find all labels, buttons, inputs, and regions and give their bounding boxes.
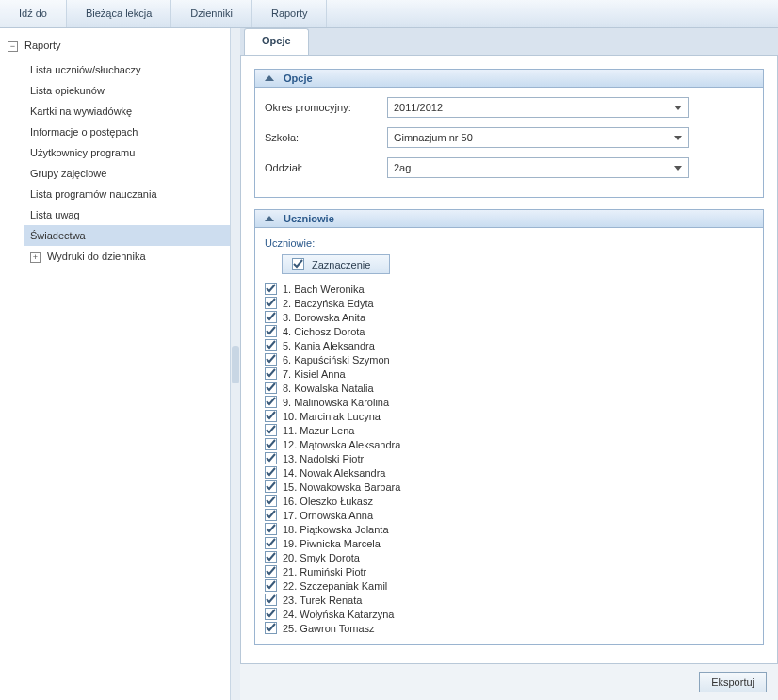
student-checkbox[interactable] [265, 537, 277, 549]
form-select[interactable]: 2011/2012 [387, 97, 689, 118]
student-row: 21. Rumiński Piotr [265, 564, 754, 578]
options-panel: Opcje Okres promocyjny:2011/2012Szkoła:G… [254, 69, 764, 198]
chevron-down-icon [674, 136, 682, 140]
chevron-down-icon [674, 106, 682, 110]
student-name: 22. Szczepaniak Kamil [283, 580, 387, 592]
students-panel-header[interactable]: Uczniowie [255, 210, 763, 228]
tree-children: Lista uczniów/słuchaczyLista opiekunówKa… [0, 59, 230, 246]
student-checkbox[interactable] [265, 509, 277, 521]
tree-root[interactable]: − Raporty [0, 36, 230, 56]
sidebar-item[interactable]: Grupy zajęciowe [24, 163, 230, 184]
top-menu: Idź do Bieżąca lekcja Dzienniki Raporty [0, 0, 778, 28]
students-panel: Uczniowie Uczniowie: Zaznaczenie 1. Bach… [254, 209, 764, 645]
student-name: 15. Nowakowska Barbara [283, 481, 400, 493]
student-checkbox[interactable] [265, 608, 277, 620]
sidebar-item[interactable]: Lista uczniów/słuchaczy [24, 59, 230, 80]
tree-sub: + Wydruki do dziennika [0, 246, 230, 267]
student-row: 15. Nowakowska Barbara [265, 480, 754, 494]
student-checkbox[interactable] [265, 495, 277, 507]
student-checkbox[interactable] [265, 452, 277, 464]
student-name: 7. Kisiel Anna [283, 368, 346, 380]
tab-options[interactable]: Opcje [244, 28, 309, 55]
sidebar-item[interactable]: Lista opiekunów [24, 80, 230, 101]
tab-strip: Opcje [240, 28, 778, 55]
student-row: 2. Baczyńska Edyta [265, 296, 754, 310]
student-checkbox[interactable] [265, 325, 277, 337]
student-row: 16. Oleszko Łukasz [265, 494, 754, 508]
menu-item-journals[interactable]: Dzienniki [171, 0, 252, 27]
collapse-icon[interactable] [263, 73, 276, 84]
tree-sub-root[interactable]: + Wydruki do dziennika [24, 246, 230, 267]
student-row: 6. Kapuściński Szymon [265, 352, 754, 366]
student-checkbox[interactable] [265, 466, 277, 479]
tree-collapse-icon[interactable]: − [8, 41, 18, 52]
student-name: 13. Nadolski Piotr [283, 453, 364, 464]
select-all-label: Zaznaczenie [312, 259, 370, 270]
collapse-icon[interactable] [263, 213, 276, 224]
student-checkbox[interactable] [265, 297, 277, 309]
student-row: 24. Wołyńska Katarzyna [265, 607, 754, 621]
student-checkbox[interactable] [265, 410, 277, 422]
options-panel-header[interactable]: Opcje [255, 70, 763, 88]
select-value: 2ag [394, 162, 411, 173]
student-checkbox[interactable] [265, 480, 277, 493]
sidebar-item[interactable]: Świadectwa [24, 225, 230, 246]
form-label: Szkoła: [265, 132, 387, 143]
student-checkbox[interactable] [265, 565, 277, 578]
student-row: 4. Cichosz Dorota [265, 324, 754, 338]
student-name: 19. Piwnicka Marcela [283, 538, 381, 549]
sidebar-item[interactable]: Kartki na wywiadówkę [24, 101, 230, 122]
student-checkbox[interactable] [265, 551, 277, 563]
students-panel-title: Uczniowie [284, 213, 334, 224]
student-checkbox[interactable] [265, 438, 277, 450]
splitter-handle-icon[interactable] [232, 346, 239, 383]
student-name: 24. Wołyńska Katarzyna [283, 609, 394, 620]
select-value: 2011/2012 [394, 102, 443, 113]
student-row: 19. Piwnicka Marcela [265, 536, 754, 550]
student-name: 23. Turek Renata [283, 594, 362, 606]
student-row: 22. Szczepaniak Kamil [265, 578, 754, 593]
checkbox-checked-icon [292, 258, 304, 270]
sidebar-item[interactable]: Informacje o postępach [24, 122, 230, 142]
menu-item-current-lesson[interactable]: Bieżąca lekcja [67, 0, 171, 27]
menu-item-reports[interactable]: Raporty [252, 0, 328, 27]
student-row: 20. Smyk Dorota [265, 550, 754, 564]
student-checkbox[interactable] [265, 424, 277, 436]
student-name: 21. Rumiński Piotr [283, 566, 366, 578]
splitter[interactable] [231, 28, 240, 700]
student-checkbox[interactable] [265, 367, 277, 380]
student-row: 18. Piątkowska Jolanta [265, 522, 754, 536]
options-panel-title: Opcje [284, 73, 313, 84]
student-name: 8. Kowalska Natalia [283, 383, 374, 394]
tree-expand-icon[interactable]: + [30, 252, 41, 263]
student-name: 4. Cichosz Dorota [283, 326, 365, 337]
student-checkbox[interactable] [265, 594, 277, 606]
student-name: 5. Kania Aleksandra [283, 340, 375, 351]
student-checkbox[interactable] [265, 339, 277, 351]
student-row: 3. Borowska Anita [265, 310, 754, 324]
student-name: 20. Smyk Dorota [283, 552, 360, 563]
select-all-button[interactable]: Zaznaczenie [282, 254, 390, 274]
export-button[interactable]: Eksportuj [699, 672, 767, 692]
student-name: 14. Nowak Aleksandra [283, 467, 385, 479]
student-checkbox[interactable] [265, 311, 277, 323]
content: Opcje Opcje Okres promocyjny:2011/2012Sz… [240, 28, 778, 700]
sidebar-item[interactable]: Użytkownicy programu [24, 142, 230, 163]
student-row: 11. Mazur Lena [265, 423, 754, 437]
student-checkbox[interactable] [265, 523, 277, 535]
form-label: Oddział: [265, 162, 387, 173]
sidebar-item[interactable]: Lista uwag [24, 204, 230, 225]
student-checkbox[interactable] [265, 382, 277, 394]
student-checkbox[interactable] [265, 622, 277, 634]
student-checkbox[interactable] [265, 396, 277, 408]
student-checkbox[interactable] [265, 283, 277, 295]
student-name: 1. Bach Weronika [283, 284, 365, 295]
student-checkbox[interactable] [265, 579, 277, 592]
student-row: 9. Malinowska Karolina [265, 395, 754, 409]
form-select[interactable]: 2ag [387, 157, 689, 178]
menu-item-goto[interactable]: Idź do [0, 0, 67, 27]
sidebar-item[interactable]: Lista programów nauczania [24, 184, 230, 204]
sidebar: − Raporty Lista uczniów/słuchaczyLista o… [0, 28, 231, 700]
form-select[interactable]: Gimnazjum nr 50 [387, 127, 689, 148]
student-checkbox[interactable] [265, 353, 277, 366]
